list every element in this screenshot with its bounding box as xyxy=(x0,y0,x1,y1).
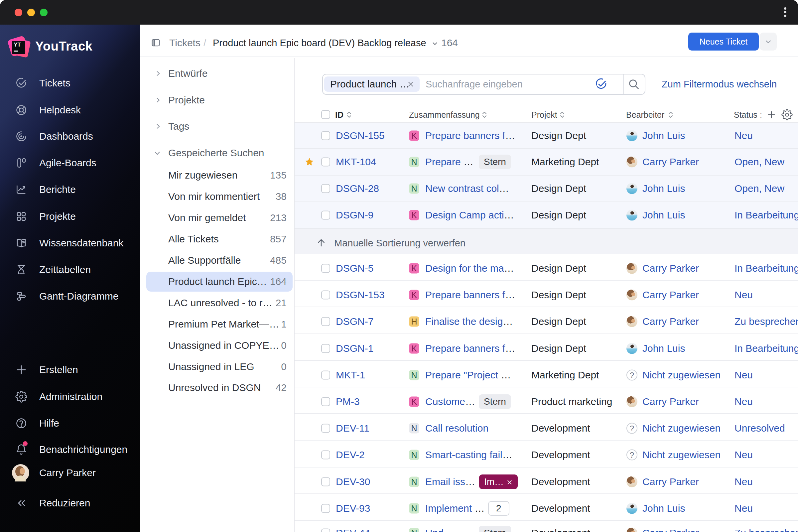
svg-text:YT: YT xyxy=(14,41,21,48)
